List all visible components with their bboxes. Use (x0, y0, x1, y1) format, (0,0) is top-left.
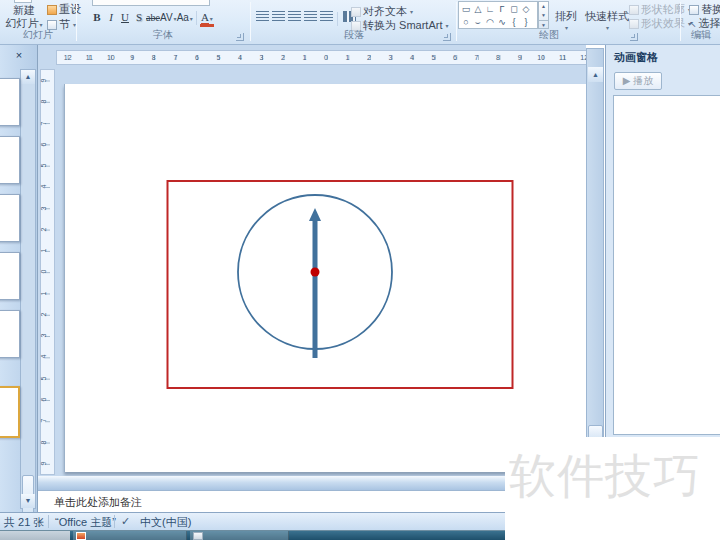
slide-scrollbar[interactable]: ▲ (586, 48, 604, 445)
shapes-gallery[interactable]: ▭△∟Γ◻◇○⌣◠∿{} (458, 1, 538, 29)
animation-pane: 动画窗格 ▶ 播放 (605, 45, 720, 437)
ruler-number: 1 (337, 51, 359, 64)
font-dialog-launcher-icon[interactable] (236, 33, 244, 41)
taskbar-button-powerpoint[interactable] (73, 531, 187, 540)
ruler-number: 4 (229, 51, 251, 64)
group-label-paragraph: 段落 (252, 28, 456, 42)
slide-thumbnail[interactable] (0, 194, 20, 242)
ruler-number: 6 (37, 393, 58, 406)
replace-icon (689, 5, 699, 15)
notes-placeholder: 单击此处添加备注 (54, 495, 142, 510)
shape-gallery-item-icon[interactable]: ⌣ (472, 16, 484, 28)
thumbnails-scroll-down-icon[interactable]: ▼ (21, 494, 35, 508)
ruler-number: 3 (251, 51, 273, 64)
font-buttons-row: BIUSabeAV▾Aa▾A▾ (90, 9, 214, 27)
character-spacing-button[interactable]: AV▾ (160, 9, 177, 26)
ruler-number: 9 (509, 51, 531, 64)
shape-gallery-item-icon[interactable]: △ (472, 3, 484, 15)
shape-gallery-item-icon[interactable]: ◻ (508, 3, 520, 15)
ruler-number: 2 (272, 51, 294, 64)
play-button[interactable]: ▶ 播放 (614, 72, 662, 90)
ruler-number: 10 (100, 51, 122, 64)
ruler-number: 5 (423, 51, 445, 64)
slide-thumbnail[interactable] (0, 78, 20, 126)
slide-thumbnail[interactable] (0, 310, 20, 358)
spellcheck-icon[interactable]: ✓ (121, 515, 130, 528)
shape-gallery-item-icon[interactable]: ○ (460, 16, 472, 28)
strikethrough-button[interactable]: abe (146, 9, 160, 26)
slide-thumbnail[interactable] (0, 136, 20, 184)
new-slide-label-line1: 新建 (2, 4, 46, 17)
slide-count-label: 共 21 张 (4, 515, 44, 530)
vertical-ruler: 9876543210123456789 (40, 69, 55, 475)
align-center-button[interactable] (272, 11, 285, 22)
shape-gallery-item-icon[interactable]: { (508, 16, 520, 28)
close-thumbnails-icon[interactable]: × (10, 48, 28, 63)
text-shadow-button[interactable]: S (132, 9, 146, 26)
notes-splitter[interactable] (38, 476, 505, 490)
ruler-number: 5 (37, 372, 58, 385)
notes-pane[interactable]: 单击此处添加备注 (38, 490, 505, 512)
red-rectangle-shape[interactable] (168, 181, 513, 388)
thumbnails-scroll-up-icon[interactable]: ▲ (21, 70, 35, 84)
change-case-button[interactable]: Aa▾ (177, 9, 193, 26)
paragraph-dialog-launcher-icon[interactable] (443, 33, 451, 41)
gallery-scroll-down-icon[interactable]: ▼ (539, 11, 548, 20)
clock-hand-arrowhead[interactable] (309, 208, 321, 221)
gallery-scroll-up-icon[interactable]: ▲ (539, 2, 548, 11)
shapes-gallery-scroll[interactable]: ▲ ▼ ▼ (538, 1, 549, 29)
ruler-number: 8 (37, 95, 58, 108)
ruler-number: 5 (37, 159, 58, 172)
shape-outline-icon (629, 5, 639, 15)
powerpoint-taskbar-icon (76, 532, 86, 540)
select-cursor-icon: ↖ (689, 19, 697, 29)
italic-button[interactable]: I (104, 9, 118, 26)
animation-list[interactable] (613, 95, 720, 435)
ruler-number: 9 (122, 51, 144, 64)
new-slide-icon (14, 0, 32, 3)
shape-gallery-item-icon[interactable]: Γ (496, 3, 508, 15)
horizontal-ruler: 1211109876543210123456789101112 (56, 50, 596, 65)
group-label-slides: 幻灯片 (0, 28, 76, 42)
group-label-editing: 编辑 (682, 28, 720, 42)
ruler-number: 3 (37, 329, 58, 342)
taskbar (0, 530, 505, 540)
align-right-button[interactable] (288, 11, 301, 22)
ruler-number: 0 (315, 51, 337, 64)
bold-button[interactable]: B (90, 9, 104, 26)
align-left-button[interactable] (256, 11, 269, 22)
slide-scroll-up-icon[interactable]: ▲ (588, 67, 603, 82)
thumbnails-scrollbar[interactable]: ▲ ▼ (20, 69, 36, 509)
ruler-number: 6 (37, 138, 58, 151)
ruler-number: 9 (37, 457, 58, 470)
ruler-number: 6 (186, 51, 208, 64)
shape-gallery-item-icon[interactable]: } (520, 16, 532, 28)
clock-center-dot[interactable] (311, 268, 320, 277)
shape-gallery-item-icon[interactable]: ◇ (520, 3, 532, 15)
slide-thumbnail-selected[interactable] (0, 386, 20, 438)
font-color-button[interactable]: A▾ (200, 11, 214, 27)
slide-shapes-layer (64, 84, 586, 472)
theme-label[interactable]: “Office 主题” (55, 515, 116, 530)
underline-button[interactable]: U (118, 9, 132, 26)
slide-thumbnail[interactable] (0, 252, 20, 300)
slide-thumbnails-pane: × ▲ ▼ (0, 45, 38, 512)
distribute-button[interactable] (320, 11, 333, 22)
language-label[interactable]: 中文(中国) (140, 515, 191, 530)
shape-gallery-item-icon[interactable]: ◠ (484, 16, 496, 28)
ruler-number: 9 (37, 74, 58, 87)
new-slide-button[interactable]: 新建 幻灯片▾ (2, 0, 46, 31)
shape-effects-icon (629, 19, 639, 29)
ruler-number: 2 (37, 308, 58, 321)
powerpoint-window: 新建 幻灯片▾ 重设 节▾ 幻灯片 BIUSabeAV▾Aa▾A▾ 字体 对齐文… (0, 0, 720, 540)
shape-gallery-item-icon[interactable]: ∿ (496, 16, 508, 28)
shape-gallery-item-icon[interactable]: ▭ (460, 3, 472, 15)
drawing-dialog-launcher-icon[interactable] (630, 33, 638, 41)
ruler-number: 4 (37, 351, 58, 364)
taskbar-button-window[interactable] (190, 531, 289, 540)
justify-button[interactable] (304, 11, 317, 22)
ruler-number: 7 (165, 51, 187, 64)
font-name-box[interactable] (92, 0, 210, 6)
ruler-number: 4 (401, 51, 423, 64)
shape-gallery-item-icon[interactable]: ∟ (484, 3, 496, 15)
